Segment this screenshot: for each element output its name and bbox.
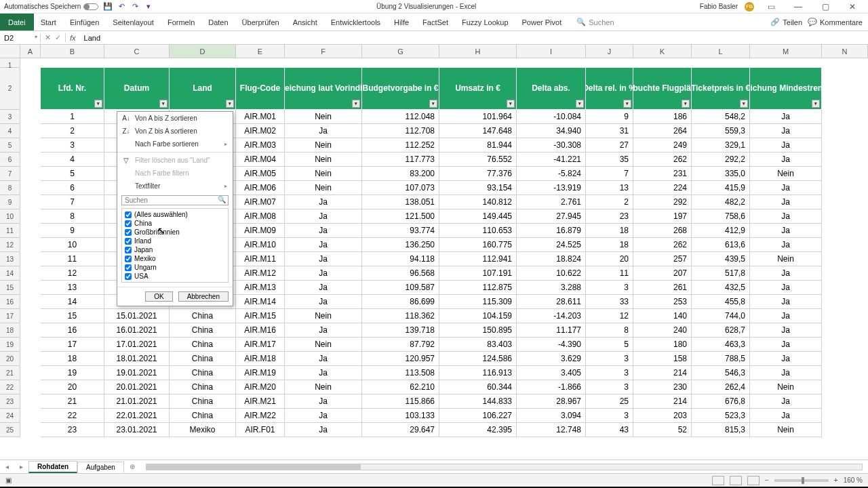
autosave-toggle[interactable]: Automatisches Speichern <box>4 3 98 10</box>
tab-daten[interactable]: Daten <box>201 14 235 30</box>
cell[interactable]: 76.552 <box>439 152 517 167</box>
cell[interactable]: 16.879 <box>517 224 586 238</box>
cell[interactable]: Ja <box>285 323 362 338</box>
filter-checklist[interactable]: (Alles auswählen) China Großbritannien I… <box>121 208 229 283</box>
cell[interactable]: 415,9 <box>692 181 750 195</box>
tab-ueberpruefen[interactable]: Überprüfen <box>235 14 286 30</box>
cell[interactable]: 6 <box>41 181 104 195</box>
undo-icon[interactable]: ↶ <box>117 3 125 11</box>
zoom-level[interactable]: 160 % <box>844 476 863 484</box>
cell[interactable]: 11 <box>586 266 633 281</box>
cell[interactable]: 112.708 <box>362 124 439 138</box>
cell[interactable]: Nein <box>285 152 362 167</box>
view-normal-icon[interactable] <box>712 476 724 485</box>
cell[interactable]: 103.133 <box>362 409 439 423</box>
cell[interactable]: 613,6 <box>692 238 750 252</box>
cell[interactable]: 262 <box>633 152 692 167</box>
tab-einfuegen[interactable]: Einfügen <box>63 14 106 30</box>
row-header[interactable]: 19 <box>0 338 20 352</box>
cell[interactable]: 33 <box>586 295 633 309</box>
cell[interactable]: 231 <box>633 167 692 181</box>
tab-formeln[interactable]: Formeln <box>161 14 201 30</box>
cell[interactable]: 7 <box>41 195 104 209</box>
sort-desc[interactable]: Z↓Von Z bis A sortieren <box>117 125 233 138</box>
row-header[interactable]: 24 <box>0 409 20 423</box>
cell[interactable]: 257 <box>633 252 692 266</box>
cell[interactable]: 22 <box>41 409 104 423</box>
cell[interactable]: -14.203 <box>517 309 586 323</box>
cell[interactable]: 23 <box>586 209 633 224</box>
cell[interactable]: Ja <box>285 423 362 437</box>
cell[interactable]: 523,3 <box>692 409 750 423</box>
cell[interactable]: AIR.M17 <box>236 338 285 352</box>
filter-button-icon[interactable]: ▾ <box>812 100 820 108</box>
cell[interactable]: 87.792 <box>362 338 439 352</box>
cell[interactable]: 186 <box>633 110 692 124</box>
cell[interactable]: 758,6 <box>692 209 750 224</box>
cell[interactable]: 11 <box>41 252 104 266</box>
cell[interactable]: 150.895 <box>439 323 517 338</box>
minimize-icon[interactable]: — <box>788 2 808 12</box>
row-header[interactable]: 15 <box>0 281 20 295</box>
cell[interactable]: 463,3 <box>692 338 750 352</box>
cell[interactable]: Nein <box>285 110 362 124</box>
cell[interactable]: 83.403 <box>439 338 517 352</box>
cell[interactable]: 262 <box>633 238 692 252</box>
cell[interactable]: Ja <box>285 124 362 138</box>
cell[interactable]: 8 <box>41 209 104 224</box>
cell[interactable]: 19.01.2021 <box>104 366 170 380</box>
cell[interactable]: Ja <box>285 224 362 238</box>
cell[interactable]: 207 <box>633 266 692 281</box>
cell[interactable]: 43 <box>586 423 633 437</box>
cell[interactable]: Nein <box>285 138 362 152</box>
filter-button-icon[interactable]: ▾ <box>352 100 360 108</box>
cell[interactable]: China <box>170 394 236 409</box>
row-header[interactable]: 20 <box>0 352 20 366</box>
cell[interactable]: 115.309 <box>439 295 517 309</box>
row-header[interactable]: 12 <box>0 238 20 252</box>
cell[interactable]: 27.945 <box>517 209 586 224</box>
filter-button-icon[interactable]: ▾ <box>682 100 690 108</box>
cell[interactable]: 23 <box>41 423 104 437</box>
cell[interactable]: 136.250 <box>362 238 439 252</box>
cell[interactable]: Ja <box>750 181 822 195</box>
close-icon[interactable]: ✕ <box>842 2 863 12</box>
sheet-tab-rohdaten[interactable]: Rohdaten <box>28 461 77 473</box>
col-header-n[interactable]: N <box>822 45 868 58</box>
cell[interactable]: 230 <box>633 380 692 394</box>
cell[interactable]: 149.445 <box>439 209 517 224</box>
cell[interactable]: 214 <box>633 394 692 409</box>
cell[interactable]: -4.390 <box>517 338 586 352</box>
col-header-d[interactable]: D <box>170 45 236 58</box>
cell[interactable]: -13.919 <box>517 181 586 195</box>
cell[interactable]: 18.824 <box>517 252 586 266</box>
col-header-i[interactable]: I <box>517 45 586 58</box>
sort-asc[interactable]: A↓Von A bis Z sortieren <box>117 112 233 125</box>
row-header[interactable]: 11 <box>0 224 20 238</box>
filter-check-item[interactable]: China <box>123 219 226 228</box>
cell[interactable]: 62.210 <box>362 380 439 394</box>
toggle-switch[interactable] <box>83 3 98 10</box>
cell[interactable]: 335,0 <box>692 167 750 181</box>
filter-button-icon[interactable]: ▾ <box>507 100 515 108</box>
cell[interactable]: 14 <box>41 295 104 309</box>
cell[interactable]: 432,5 <box>692 281 750 295</box>
filter-ok-button[interactable]: OK <box>145 291 172 302</box>
cell[interactable]: 16.01.2021 <box>104 323 170 338</box>
cell[interactable]: 2 <box>41 124 104 138</box>
cell[interactable]: 83.200 <box>362 167 439 181</box>
cell[interactable]: AIR.M05 <box>236 167 285 181</box>
cell[interactable]: 203 <box>633 409 692 423</box>
horizontal-scrollbar[interactable] <box>146 464 863 470</box>
cell[interactable]: 25 <box>586 394 633 409</box>
cell[interactable]: 113.508 <box>362 366 439 380</box>
cell[interactable]: 214 <box>633 366 692 380</box>
cell[interactable]: China <box>170 380 236 394</box>
filter-button-icon[interactable]: ▾ <box>740 100 748 108</box>
cell[interactable]: Nein <box>285 181 362 195</box>
cell[interactable]: 28.967 <box>517 394 586 409</box>
cell[interactable]: 13 <box>586 181 633 195</box>
col-header-c[interactable]: C <box>104 45 170 58</box>
cell[interactable]: 546,3 <box>692 366 750 380</box>
cell[interactable]: 17 <box>41 338 104 352</box>
